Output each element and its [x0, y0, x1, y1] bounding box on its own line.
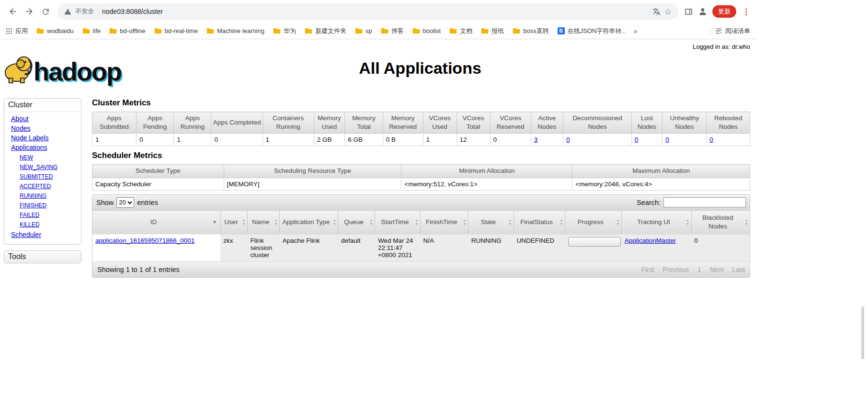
sidebar-link[interactable]: Applications [11, 144, 47, 151]
apps-col-blacklisted-nodes[interactable]: Blacklisted Nodes▲▼ [691, 210, 750, 234]
profile-avatar-icon[interactable] [698, 7, 708, 16]
browser-menu-icon[interactable]: ⋮ [741, 8, 751, 16]
app-user-cell: zkx [220, 234, 247, 262]
sort-icons: ▲▼ [242, 218, 245, 226]
bookmark-folder[interactable]: boolist [412, 27, 441, 34]
progress-bar [568, 237, 621, 247]
bookmark-folder[interactable]: boss直聘 [513, 27, 548, 35]
apps-col-application-type[interactable]: Application Type▲▼ [280, 210, 338, 234]
app-state-link[interactable]: NEW [20, 154, 33, 161]
application-id-link[interactable]: application_1616595071866_0001 [95, 237, 194, 244]
app-state-link[interactable]: FAILED [20, 212, 39, 218]
back-icon [8, 7, 18, 16]
apps-col-id[interactable]: ID▼ [92, 210, 221, 234]
url-text[interactable]: node03:8088/cluster [102, 8, 163, 15]
pagination-button[interactable]: 1 [697, 266, 701, 273]
apps-col-finishtime[interactable]: FinishTime▲▼ [421, 210, 468, 234]
bookmark-folder[interactable]: 新建文件夹 [305, 27, 346, 35]
app-state-link[interactable]: FINISHED [20, 202, 46, 209]
folder-icon [273, 28, 281, 34]
bookmarks-overflow-chevron[interactable]: » [634, 27, 638, 35]
folder-icon [109, 28, 117, 34]
refresh-button[interactable] [37, 3, 54, 20]
apps-col-user[interactable]: User▲▼ [220, 210, 247, 234]
decommissioned-nodes-link[interactable]: 0 [566, 136, 570, 143]
app-blacklisted-cell: 0 [691, 234, 750, 262]
lost-nodes-link[interactable]: 0 [635, 136, 639, 143]
search-input[interactable] [663, 197, 746, 207]
folder-icon [154, 28, 162, 34]
bookmark-folder[interactable]: 博客 [381, 27, 404, 35]
bookmark-folder[interactable]: wodbaidu [36, 27, 74, 34]
cluster-metrics-value-row: 1 0 1 0 1 2 GB 6 GB 0 B 1 12 0 3 0 0 [92, 134, 750, 146]
sidebar-link[interactable]: About [11, 115, 29, 123]
pagination-button[interactable]: Next [710, 266, 724, 273]
bookmark-folder[interactable]: 文档 [449, 27, 472, 35]
page-size-select[interactable]: 20 [116, 197, 134, 208]
pagination-button[interactable]: First [641, 266, 654, 273]
app-state-link[interactable]: KILLED [20, 221, 39, 228]
translate-icon[interactable] [652, 8, 661, 16]
rebooted-nodes-link[interactable]: 0 [709, 136, 713, 143]
sort-desc-icon: ▼ [213, 219, 217, 225]
chrome-update-button[interactable]: 更新 [712, 5, 736, 18]
security-label[interactable]: 不安全 [75, 7, 94, 16]
bookmark-json-tool[interactable]: B 在线JSON字符串转.. [558, 27, 625, 35]
bookmark-folder[interactable]: 华为 [273, 27, 296, 35]
folder-icon [36, 28, 44, 34]
apps-col-finalstatus[interactable]: FinalStatus▲▼ [514, 210, 565, 234]
table-toolbar: Show 20 entries Search: [92, 194, 750, 210]
bookmark-folder[interactable]: Machine learning [206, 27, 264, 34]
metric-header: Memory Reserved [383, 112, 423, 134]
metric-header: Apps Submitted [92, 112, 137, 134]
pagination-button[interactable]: Last [732, 266, 745, 273]
logged-in-text: Logged in as: dr.who [4, 43, 750, 50]
folder-icon [449, 28, 457, 34]
app-starttime-cell: Wed Mar 24 22:11:47 +0800 2021 [375, 234, 421, 262]
cluster-metrics-table: Apps Submitted Apps Pending Apps Running… [92, 112, 750, 146]
apps-col-starttime[interactable]: StartTime▲▼ [375, 210, 421, 234]
bookmark-folder[interactable]: 报纸 [481, 27, 504, 35]
bookmark-star-icon[interactable]: ☆ [664, 8, 672, 16]
apps-col-name[interactable]: Name▲▼ [248, 210, 280, 234]
metric-value: 6 GB [345, 134, 383, 146]
apps-shortcut[interactable]: 应用 [6, 27, 28, 35]
bookmark-folder[interactable]: bd-offline [109, 27, 145, 34]
reading-list-button[interactable]: 阅读清单 [715, 27, 750, 35]
not-secure-warning-icon [64, 8, 71, 15]
back-button[interactable] [5, 3, 21, 20]
apps-col-state[interactable]: State▲▼ [468, 210, 514, 234]
browser-toolbar: 不安全 node03:8088/cluster ☆ 更新 ⋮ [0, 0, 756, 23]
sidebar-item: Node Labels [11, 134, 81, 142]
bookmarks-divider [710, 27, 710, 35]
address-bar[interactable]: 不安全 node03:8088/cluster ☆ [57, 3, 678, 20]
application-master-link[interactable]: ApplicationMaster [625, 237, 676, 244]
metric-header: Apps Running [174, 112, 211, 134]
forward-button[interactable] [21, 3, 37, 20]
sidebar-link[interactable]: Nodes [11, 124, 30, 132]
active-nodes-link[interactable]: 3 [534, 136, 538, 143]
side-panel-icon[interactable] [684, 7, 693, 16]
bookmark-folder[interactable]: sp [355, 27, 372, 34]
apps-col-queue[interactable]: Queue▲▼ [338, 210, 375, 234]
scheduler-link[interactable]: Scheduler [11, 231, 41, 238]
bookmark-folder[interactable]: bd-real-time [154, 27, 198, 34]
app-type-cell: Apache Flink [280, 234, 338, 262]
unhealthy-nodes-link[interactable]: 0 [665, 136, 669, 143]
folder-icon [355, 28, 363, 34]
metric-value: 2 GB [314, 134, 345, 146]
metric-header: Rebooted Nodes [707, 112, 750, 134]
apps-col-progress[interactable]: Progress▲▼ [565, 210, 622, 234]
sidebar-link[interactable]: Node Labels [11, 134, 49, 142]
apps-col-tracking-ui[interactable]: Tracking UI▲▼ [622, 210, 692, 234]
bookmark-folder-list: wodbaidu life bd-offline bd-real-time [36, 27, 549, 35]
app-state-link[interactable]: NEW_SAVING [20, 164, 57, 170]
app-state-link[interactable]: SUBMITTED [20, 173, 53, 180]
tools-section-header[interactable]: Tools [4, 250, 81, 263]
sort-icons: ▲▼ [745, 218, 748, 226]
app-state-link[interactable]: ACCEPTED [20, 183, 51, 190]
page-length-control: Show 20 entries [96, 197, 158, 208]
pagination-button[interactable]: Previous [663, 266, 689, 273]
bookmark-folder[interactable]: life [82, 27, 101, 34]
app-state-link[interactable]: RUNNING [20, 192, 46, 199]
